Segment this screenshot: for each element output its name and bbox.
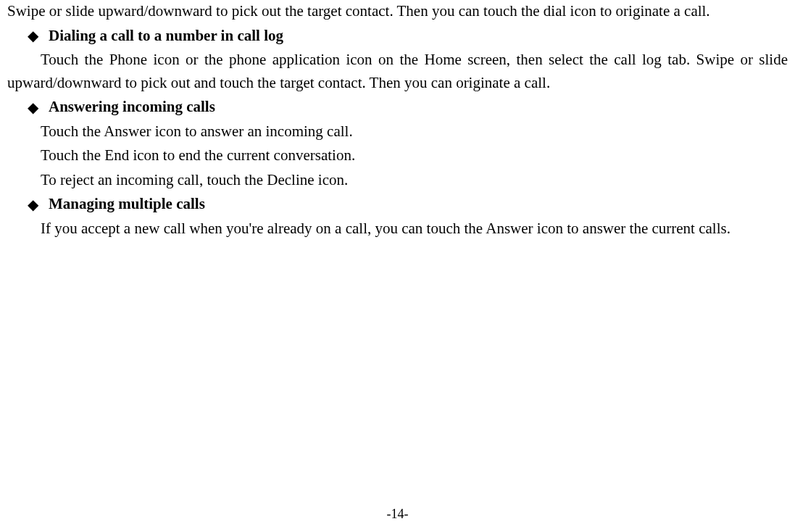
section-2-para-1: Touch the Answer icon to answer an incom… — [41, 120, 788, 144]
diamond-icon: ◆ — [28, 28, 38, 43]
heading-text-3: Managing multiple calls — [49, 193, 205, 216]
diamond-icon: ◆ — [28, 100, 38, 115]
heading-text-2: Answering incoming calls — [49, 96, 215, 119]
section-3-para-1: If you accept a new call when you're alr… — [7, 217, 788, 241]
section-1-para-1: Touch the Phone icon or the phone applic… — [7, 49, 788, 94]
section-heading-2: ◆ Answering incoming calls — [28, 96, 788, 119]
section-heading-3: ◆ Managing multiple calls — [28, 193, 788, 216]
section-2-para-3: To reject an incoming call, touch the De… — [41, 169, 788, 192]
diamond-icon: ◆ — [28, 197, 38, 212]
section-heading-1: ◆ Dialing a call to a number in call log — [28, 25, 788, 48]
document-content: Swipe or slide upward/downward to pick o… — [7, 0, 788, 240]
page-number: -14- — [0, 507, 795, 522]
heading-text-1: Dialing a call to a number in call log — [49, 25, 283, 48]
section-2-para-2: Touch the End icon to end the current co… — [41, 144, 788, 167]
intro-paragraph: Swipe or slide upward/downward to pick o… — [7, 0, 788, 23]
